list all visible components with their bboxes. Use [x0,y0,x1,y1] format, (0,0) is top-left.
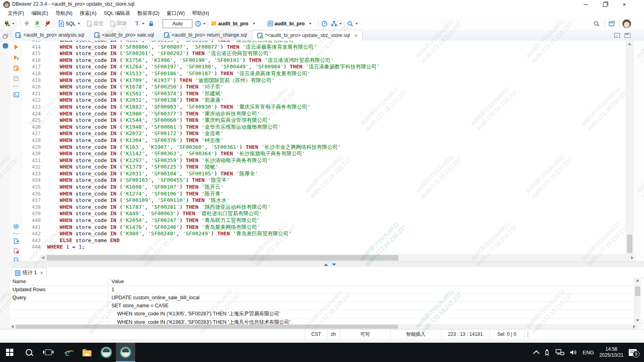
close-connection-button[interactable] [44,18,51,29]
editor-settings-button[interactable] [12,222,20,230]
results-hscroll-thumb[interactable] [16,325,398,329]
transaction-mode-button[interactable]: T: [135,18,144,29]
table-row[interactable]: Updated Rows1 [10,286,634,294]
action-center-button[interactable]: 9 [627,343,640,362]
quick-search-button[interactable] [593,18,600,29]
results-vscroll-thumb[interactable] [635,286,640,296]
dbeaver-taskbar-button[interactable] [97,343,116,362]
close-button[interactable]: × [615,0,634,9]
editor-tab-0[interactable]: <audit_bi_pro> analysis.sql [10,30,89,40]
code-line[interactable]: 442 WHEN store_code IN ('K980', 'SF00248… [22,230,380,237]
code-line[interactable]: 433 WHEN store_code IN ('K2031', 'SF0010… [22,171,380,177]
rollback-button[interactable]: 回滚 [109,18,127,29]
data-search-button[interactable] [347,18,358,29]
code-line[interactable]: 432 WHEN store_code IN ('K1379', 'SF0022… [22,164,380,171]
menu-item-6[interactable]: 窗口(W) [163,9,188,18]
usb-tray-icon[interactable] [543,343,551,362]
database-navigator-button[interactable] [1,42,9,50]
minimize-button[interactable] [576,0,595,9]
scroll-up-icon[interactable] [628,43,631,45]
scroll-right-icon[interactable] [631,256,634,259]
column-header-value[interactable]: Value [108,278,634,285]
editor-vscroll-thumb[interactable] [627,234,632,253]
menu-item-7[interactable]: 帮助(H) [188,9,213,18]
table-row[interactable]: SET store_name = CASE [10,302,634,310]
code-line[interactable]: 430 WHEN store_code IN ('K1142', 'SF0036… [22,150,380,157]
menu-item-5[interactable]: 数据库(D) [134,9,163,18]
connection-combo[interactable]: audit_bi_pro [211,18,255,29]
code-line[interactable]: 435 WHEN store_code IN ('K1608', 'SF0010… [22,184,380,191]
new-connection-button[interactable] [3,18,14,29]
code-line[interactable]: 423 WHEN store_code IN ('K1882', 'SF0090… [22,104,380,111]
table-row[interactable]: WHEN store_code IN ('K1305', 'SF00287') … [10,310,634,318]
open-view-button[interactable] [609,18,615,29]
code-line[interactable]: 426 WHEN store_code IN ('K1948', 'SF0006… [22,124,380,131]
minimize-editor-icon[interactable] [614,33,620,38]
code-line[interactable]: 422 WHEN store_code IN ('K2032', 'SF0013… [22,97,380,104]
editor-tab-3[interactable]: *<audit_bi_pro> update_sbz_store.sql× [252,30,363,41]
sash-up-icon[interactable] [324,263,328,266]
close-icon[interactable]: × [354,33,357,39]
chevron-down-icon[interactable] [12,23,14,25]
code-line[interactable]: 419 WHEN store_code IN ('K1709', 'K1937'… [22,77,380,84]
internet-explorer-button[interactable]: e [58,343,77,362]
taskbar-clock[interactable]: 14:56 2025/10/21 [598,343,625,362]
code-line[interactable]: 429 WHEN store_code IN ('K163', 'K1907',… [22,144,380,151]
code-line[interactable]: 416 WHEN store_code IN ('K1756', 'K1996'… [22,57,380,64]
dbeaver-perspective-button[interactable] [622,18,631,29]
code-line[interactable]: 437 WHEN store_code IN ('SF00109', 'SF00… [22,197,380,204]
dashboard-button[interactable] [321,18,328,29]
code-line[interactable]: 425 WHEN store_code IN ('K1544', 'SF0006… [22,117,380,124]
tab-statistics[interactable]: 统计 1 × [11,267,47,278]
editor-hscrollbar[interactable] [40,254,636,261]
language-indicator[interactable]: ENG [582,343,595,362]
code-line[interactable]: 421 WHEN store_code IN ('K1501', 'SF0037… [22,90,380,97]
code-line[interactable]: 436 WHEN store_code IN ('K1274', 'SF0010… [22,191,380,197]
maximize-editor-icon[interactable] [625,33,630,38]
dbeaver-taskbar-button-active[interactable] [116,343,135,362]
code-line[interactable]: 418 WHEN store_code IN ('K1513', 'SF0018… [22,70,380,77]
code-line[interactable]: 439 WHEN store_code IN ('K449', 'SF00063… [22,210,380,217]
code-line[interactable]: 415 WHEN store_code IN ('SF00201', 'SF00… [22,50,380,57]
table-row[interactable]: WHEN store_code IN ('K1963', 'SF00283') … [10,319,634,324]
menu-item-2[interactable]: 导航(N) [52,9,76,18]
autocommit-combo[interactable]: Auto [163,18,192,29]
reconnect-button[interactable] [34,18,41,29]
code-line[interactable]: 438 WHEN store_code IN ('K1787', 'SF0028… [22,204,380,211]
code-line[interactable]: 420 WHEN store_code IN ('K1678', 'SF0025… [22,84,380,90]
export-result-button[interactable] [12,237,20,245]
status-writable[interactable]: 可写 [340,329,391,339]
menu-item-1[interactable]: 编辑(E) [28,9,52,18]
transaction-log-button[interactable] [195,18,206,29]
code-line[interactable]: 414 WHEN store_code IN ('SF00806', 'SF00… [22,44,380,51]
results-hscrollbar[interactable] [10,324,638,329]
code-line[interactable]: 441 WHEN store_code IN ('K1476', 'SF0024… [22,224,380,231]
validate-script-button[interactable] [12,247,20,255]
disconnect-button[interactable] [23,18,30,29]
close-icon[interactable]: × [40,270,43,276]
execution-plan-button[interactable] [331,18,342,29]
network-tray-icon[interactable] [554,343,566,362]
execute-statement-button[interactable] [12,43,20,51]
results-vscrollbar[interactable] [634,278,641,324]
editor-tab-2[interactable]: <audit_bi_pro> return_change.sql [159,30,252,40]
status-cursor-position[interactable]: 223 : 13 : 14181 [441,329,490,339]
explain-plan-button[interactable] [12,74,20,82]
status-selection[interactable]: Sel: 0 | 0 [489,329,524,339]
code-line[interactable]: 434 WHEN store_code IN ('SF00103', 'SF00… [22,177,380,184]
start-button[interactable] [0,343,19,362]
restore-panels-button[interactable] [1,32,9,40]
taskbar-search-button[interactable] [19,343,39,362]
execute-new-tab-button[interactable] [12,53,20,62]
sql-editor-button[interactable]: SQL [58,18,80,29]
code-line[interactable]: 444WHERE 1 = 1; [22,244,380,251]
code-line[interactable]: 424 WHEN store_code IN ('K1980', 'SF0037… [22,111,380,117]
tray-expand-button[interactable] [533,343,540,362]
menu-item-4[interactable]: SQL 编辑器 [100,9,134,18]
code-line[interactable]: 428 WHEN store_code IN ('K1304', 'SF0037… [22,137,380,144]
editor-tab-1[interactable]: <audit_bi_pro> sale.sql [89,30,159,40]
code-line[interactable]: 431 WHEN store_code IN ('K1297', 'SF0035… [22,157,380,164]
restore-button[interactable] [596,0,614,9]
open-console-button[interactable] [12,90,20,99]
commit-button[interactable]: 提交 [86,18,103,29]
